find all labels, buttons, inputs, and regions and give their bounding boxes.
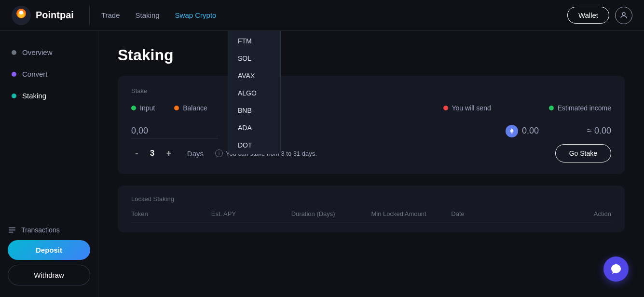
- input-dot: [131, 106, 136, 110]
- page-title: Staking: [118, 46, 625, 64]
- overview-dot: [12, 50, 16, 55]
- logo-area: Pointpai: [12, 6, 74, 25]
- th-token: Token: [131, 210, 211, 217]
- stake-input-row: ETH USDT MATIC TRX FTM SOL AVAX ALGO BNB…: [131, 122, 611, 140]
- sidebar-item-staking[interactable]: Staking: [0, 86, 98, 106]
- th-duration: Duration (Days): [291, 210, 371, 217]
- days-row: - 3 + Days i You can stake from 3 to 31 …: [131, 144, 611, 162]
- dropdown-item-dot[interactable]: DOT: [228, 136, 280, 154]
- th-action: Action: [531, 210, 611, 217]
- balance-field-label: Balance: [174, 104, 207, 112]
- wallet-button[interactable]: Wallet: [567, 7, 609, 24]
- staking-dot: [12, 94, 16, 98]
- dropdown-item-algo[interactable]: ALGO: [228, 84, 280, 102]
- svg-point-3: [19, 11, 23, 14]
- sidebar: Overview Convert Staking Transactions De…: [0, 31, 98, 297]
- main-layout: Overview Convert Staking Transactions De…: [0, 31, 644, 297]
- days-value: 3: [150, 148, 154, 158]
- dropdown-item-ada[interactable]: ADA: [228, 119, 280, 136]
- input-field-label: Input: [131, 104, 155, 112]
- send-value-block: 0.00: [506, 125, 539, 137]
- send-dot: [443, 106, 448, 110]
- you-will-send-label: You will send: [443, 104, 491, 112]
- table-header: Token Est. APY Duration (Days) Min Locke…: [131, 210, 611, 223]
- sidebar-item-overview[interactable]: Overview: [0, 42, 98, 62]
- send-value: 0.00: [522, 126, 539, 136]
- income-dot: [549, 106, 554, 110]
- nav-links: Trade Staking Swap Crypto: [101, 9, 567, 21]
- info-icon: i: [215, 149, 223, 157]
- stake-section-label: Stake: [131, 87, 611, 94]
- currency-dropdown-wrapper: ETH USDT MATIC TRX FTM SOL AVAX ALGO BNB…: [228, 122, 281, 140]
- stake-fields-row: Input Balance You will send Estimated in…: [131, 104, 611, 112]
- sidebar-label-staking: Staking: [22, 92, 46, 100]
- chat-icon: [610, 263, 622, 275]
- income-value-block: ≈ 0.00: [587, 126, 611, 136]
- sidebar-label-convert: Convert: [22, 70, 48, 78]
- days-label: Days: [187, 149, 204, 158]
- estimated-income-label: Estimated income: [549, 104, 611, 112]
- dropdown-item-avax[interactable]: AVAX: [228, 67, 280, 84]
- currency-dropdown-menu: ETH USDT MATIC TRX FTM SOL AVAX ALGO BNB…: [228, 31, 281, 154]
- chat-widget[interactable]: [603, 256, 629, 282]
- sidebar-label-overview: Overview: [22, 48, 53, 56]
- transactions-icon: [8, 226, 16, 234]
- sidebar-footer: Deposit Withdraw: [0, 240, 98, 285]
- th-est-apy: Est. APY: [211, 210, 291, 217]
- header: Pointpai Trade Staking Swap Crypto Walle…: [0, 0, 644, 31]
- days-control: - 3 +: [131, 146, 176, 161]
- sidebar-nav: Overview Convert Staking: [0, 42, 98, 106]
- locked-staking-label: Locked Staking: [131, 195, 611, 202]
- header-divider: [89, 6, 90, 25]
- locked-staking-section: Locked Staking Token Est. APY Duration (…: [118, 186, 625, 232]
- logo-icon: [12, 6, 31, 25]
- nav-staking[interactable]: Staking: [136, 9, 160, 21]
- nav-swap-crypto[interactable]: Swap Crypto: [175, 9, 217, 21]
- nav-trade[interactable]: Trade: [101, 9, 120, 21]
- header-right: Wallet: [567, 7, 632, 24]
- income-value: ≈ 0.00: [587, 126, 611, 135]
- deposit-button[interactable]: Deposit: [8, 240, 90, 260]
- days-plus-button[interactable]: +: [162, 146, 176, 161]
- balance-label: Balance: [183, 104, 207, 112]
- balance-dot: [174, 106, 179, 110]
- withdraw-button[interactable]: Withdraw: [8, 265, 90, 285]
- main-content: Staking Stake Input Balance You will sen…: [98, 31, 644, 297]
- logo-text: Pointpai: [36, 10, 74, 21]
- eth-badge: [506, 125, 518, 137]
- user-icon-button[interactable]: [615, 7, 632, 24]
- input-label: Input: [140, 104, 155, 112]
- stake-amount-input[interactable]: [131, 124, 218, 138]
- sidebar-item-convert[interactable]: Convert: [0, 64, 98, 84]
- dropdown-item-sol[interactable]: SOL: [228, 50, 280, 67]
- dropdown-item-ftm[interactable]: FTM: [228, 32, 280, 50]
- th-min-locked: Min Locked Amount: [371, 210, 451, 217]
- convert-dot: [12, 72, 16, 77]
- go-stake-button[interactable]: Go Stake: [555, 144, 611, 162]
- svg-point-4: [622, 13, 625, 15]
- sidebar-transactions[interactable]: Transactions: [0, 220, 98, 240]
- dropdown-item-bnb[interactable]: BNB: [228, 102, 280, 119]
- days-minus-button[interactable]: -: [131, 146, 142, 161]
- th-date: Date: [451, 210, 531, 217]
- stake-section: Stake Input Balance You will send Esti: [118, 76, 625, 174]
- transactions-label: Transactions: [21, 226, 60, 234]
